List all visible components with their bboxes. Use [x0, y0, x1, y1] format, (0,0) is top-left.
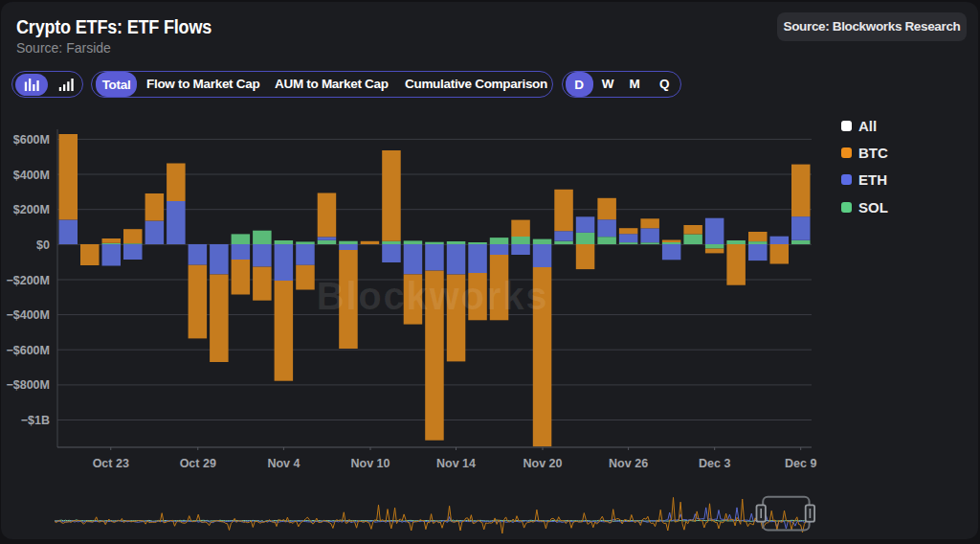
svg-text:−$400M: −$400M [6, 308, 50, 322]
svg-text:−$1B: −$1B [21, 414, 50, 427]
svg-text:$400M: $400M [13, 169, 50, 182]
svg-text:Blockworks: Blockworks [317, 275, 549, 317]
svg-text:$0: $0 [36, 238, 50, 252]
svg-text:−$800M: −$800M [6, 378, 50, 392]
svg-text:Dec 3: Dec 3 [699, 457, 730, 470]
svg-text:−$200M: −$200M [6, 274, 50, 287]
svg-text:$200M: $200M [13, 203, 50, 216]
svg-text:Nov 20: Nov 20 [523, 457, 563, 470]
svg-text:Dec 9: Dec 9 [785, 457, 816, 470]
svg-text:Nov 10: Nov 10 [351, 457, 390, 470]
svg-text:Nov 14: Nov 14 [436, 457, 476, 470]
svg-text:$600M: $600M [13, 133, 50, 147]
svg-text:Nov 4: Nov 4 [267, 457, 300, 470]
svg-text:Oct 29: Oct 29 [180, 457, 216, 470]
svg-text:Oct 23: Oct 23 [93, 457, 129, 470]
svg-text:Nov 26: Nov 26 [609, 457, 648, 470]
svg-text:−$600M: −$600M [6, 344, 50, 357]
